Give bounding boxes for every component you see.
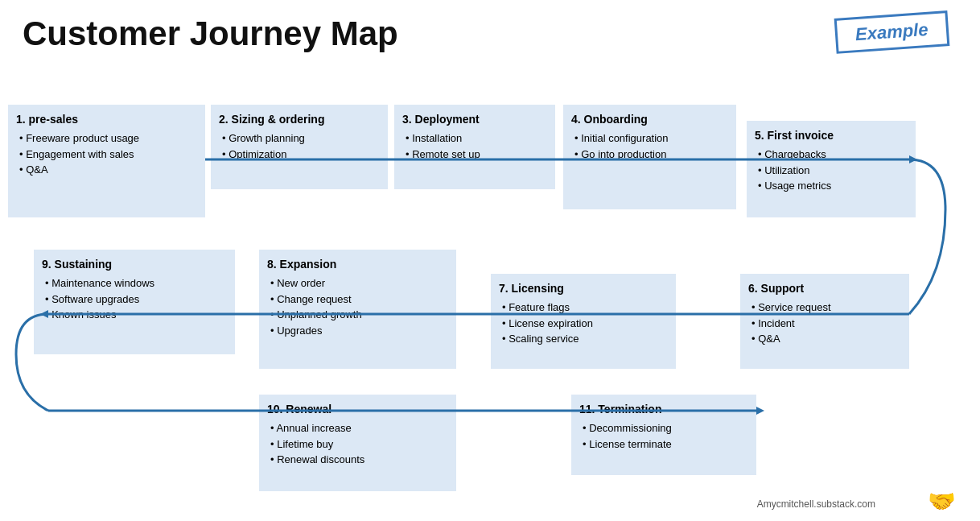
card-sustaining: 9. SustainingMaintenance windowsSoftware… [34, 250, 235, 354]
card-licensing: 7. LicensingFeature flagsLicense expirat… [491, 274, 676, 369]
card-item-licensing: Feature flags [502, 300, 668, 316]
card-title-onboarding: 4. Onboarding [571, 111, 728, 128]
card-item-expansion: Upgrades [270, 323, 448, 339]
card-title-firstinvoice: 5. First invoice [755, 127, 908, 144]
card-item-onboarding: Initial configuration [574, 130, 728, 147]
card-title-termination: 11. Termination [579, 401, 748, 418]
card-item-onboarding: Go into production [574, 147, 728, 163]
card-item-sizing: Growth planning [222, 130, 380, 147]
card-title-support: 6. Support [748, 280, 901, 297]
card-item-licensing: Scaling service [502, 331, 668, 347]
card-title-deployment: 3. Deployment [402, 111, 547, 128]
card-item-support: Incident [751, 316, 901, 332]
card-support: 6. SupportService requestIncidentQ&A [740, 274, 909, 369]
card-item-firstinvoice: Chargebacks [758, 147, 908, 163]
card-firstinvoice: 5. First invoiceChargebacksUtilizationUs… [747, 121, 916, 217]
card-title-presales: 1. pre-sales [16, 111, 197, 128]
card-item-expansion: Unplanned growth [270, 307, 448, 323]
card-item-presales: Freeware product usage [19, 130, 197, 147]
footer-text: Amycmitchell.substack.com [757, 498, 875, 510]
card-item-termination: License terminate [583, 436, 748, 453]
card-item-presales: Q&A [19, 162, 197, 178]
card-title-licensing: 7. Licensing [499, 280, 668, 297]
card-title-sizing: 2. Sizing & ordering [219, 111, 380, 128]
card-item-support: Q&A [751, 331, 901, 347]
card-item-expansion: Change request [270, 292, 448, 308]
card-item-renewal: Renewal discounts [270, 452, 448, 468]
card-item-renewal: Annual increase [270, 420, 448, 436]
card-deployment: 3. DeploymentInstallationRemote set up [394, 105, 555, 189]
card-item-sizing: Optimization [222, 147, 380, 163]
card-item-expansion: New order [270, 275, 448, 292]
card-item-renewal: Lifetime buy [270, 436, 448, 453]
card-item-support: Service request [751, 300, 901, 316]
card-title-sustaining: 9. Sustaining [42, 256, 227, 273]
card-item-firstinvoice: Usage metrics [758, 178, 908, 194]
svg-marker-5 [756, 407, 764, 415]
card-title-renewal: 10. Renewal [267, 401, 448, 418]
card-item-sustaining: Maintenance windows [45, 275, 227, 292]
card-item-presales: Engagement with sales [19, 147, 197, 163]
card-item-deployment: Remote set up [406, 147, 547, 163]
card-item-sustaining: Software upgrades [45, 292, 227, 308]
card-termination: 11. TerminationDecommissioningLicense te… [571, 395, 756, 475]
card-title-expansion: 8. Expansion [267, 256, 448, 273]
card-item-termination: Decommissioning [583, 420, 748, 436]
footer-logo: 🤝 [928, 488, 956, 515]
card-renewal: 10. RenewalAnnual increaseLifetime buyRe… [259, 395, 456, 491]
card-item-deployment: Installation [406, 130, 547, 147]
card-onboarding: 4. OnboardingInitial configurationGo int… [563, 105, 736, 209]
example-badge: Example [834, 10, 949, 54]
card-item-licensing: License expiration [502, 316, 668, 332]
card-expansion: 8. ExpansionNew orderChange requestUnpla… [259, 250, 456, 369]
card-item-firstinvoice: Utilization [758, 163, 908, 179]
card-presales: 1. pre-salesFreeware product usageEngage… [8, 105, 205, 217]
page-title: Customer Journey Map [23, 14, 398, 53]
card-sizing: 2. Sizing & orderingGrowth planningOptim… [211, 105, 388, 189]
card-item-sustaining: Known issues [45, 307, 227, 323]
